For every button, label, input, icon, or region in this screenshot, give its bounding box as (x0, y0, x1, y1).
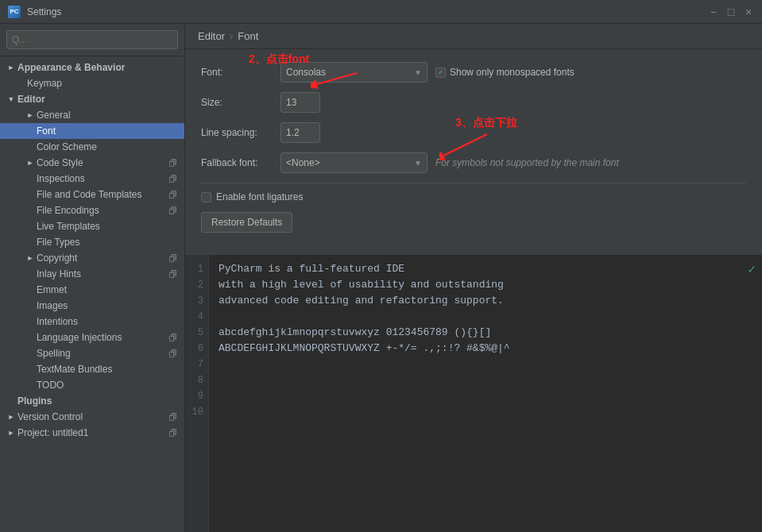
sidebar-item-font[interactable]: Font (0, 123, 184, 139)
copy-icon: 🗍 (168, 190, 178, 199)
sidebar-item-spelling[interactable]: Spelling 🗍 (0, 345, 184, 361)
sidebar-item-appearance[interactable]: ► Appearance & Behavior (0, 60, 184, 75)
sidebar-item-editor[interactable]: ▼ Editor (0, 91, 184, 107)
spacer-icon (16, 79, 25, 88)
fallback-font-row: Fallback font: <None> ▼ For symbols not … (201, 152, 746, 173)
sidebar-item-todo[interactable]: TODO (0, 377, 184, 393)
sidebar-item-plugins[interactable]: Plugins (0, 393, 184, 409)
sidebar-item-file-and-code-templates[interactable]: File and Code Templates 🗍 (0, 187, 184, 202)
line-number: 6 (185, 341, 203, 357)
app-icon: PC (8, 6, 21, 18)
copy-icon: 🗍 (168, 206, 178, 215)
spacer-icon (25, 142, 35, 152)
copy-icon: 🗍 (168, 174, 178, 183)
copy-icon: 🗍 (168, 158, 178, 168)
show-monospaced-checkbox[interactable]: ✓ (435, 67, 446, 78)
close-button[interactable]: × (743, 6, 754, 17)
fallback-font-dropdown[interactable]: <None> ▼ (280, 152, 427, 173)
sidebar-item-copyright[interactable]: ► Copyright 🗍 (0, 250, 184, 266)
spacer-icon (25, 237, 35, 247)
spacer-icon (25, 222, 35, 231)
fallback-font-control: <None> ▼ For symbols not supported by th… (280, 152, 619, 173)
sidebar-item-textmate-bundles[interactable]: TextMate Bundles (0, 361, 184, 377)
sidebar-item-label: Editor (17, 94, 45, 105)
line-number: 8 (185, 372, 203, 388)
sidebar-item-color-scheme[interactable]: Color Scheme (0, 139, 184, 155)
line-number: 1 (185, 261, 203, 277)
annotation-step3: 3、点击下拉 (455, 116, 517, 130)
fallback-hint: For symbols not supported by the main fo… (435, 157, 619, 168)
sidebar-item-label: Font (37, 125, 56, 137)
copy-icon: 🗍 (168, 333, 178, 342)
ligatures-checkbox[interactable] (201, 192, 211, 202)
main-layout: ► Appearance & Behavior Keymap ▼ Editor … (0, 24, 762, 532)
sidebar-item-label: Version Control (17, 411, 83, 422)
sidebar-item-label: Language Injections (37, 332, 122, 343)
code-line-6: ABCDEFGHIJKLMNOPQRSTUVWXYZ +-*/= .,;:!? … (219, 341, 752, 357)
preview-content: 1 2 3 4 5 6 7 8 9 10 PyCharm is a full-f… (185, 255, 762, 532)
dropdown-arrow-icon: ▼ (414, 159, 422, 168)
line-numbers: 1 2 3 4 5 6 7 8 9 10 (185, 255, 209, 532)
sidebar-item-inlay-hints[interactable]: Inlay Hints 🗍 (0, 266, 184, 282)
search-input[interactable] (6, 30, 178, 49)
code-line-1: PyCharm is a full-featured IDE (219, 261, 752, 277)
sidebar-item-general[interactable]: ► General (0, 107, 184, 123)
font-dropdown[interactable]: Consolas ▼ (280, 62, 427, 83)
sidebar-item-label: Intentions (37, 316, 78, 327)
sidebar: ► Appearance & Behavior Keymap ▼ Editor … (0, 24, 185, 532)
code-line-8 (219, 372, 752, 388)
font-label: Font: (201, 67, 280, 78)
spacer-icon (25, 349, 35, 358)
dropdown-arrow-icon: ▼ (414, 68, 422, 77)
line-number: 10 (185, 404, 203, 420)
spacer-icon (25, 364, 35, 374)
expand-arrow-icon: ► (6, 412, 16, 422)
restore-defaults-button[interactable]: Restore Defaults (201, 212, 292, 233)
sidebar-item-emmet[interactable]: Emmet (0, 282, 184, 298)
code-line-3: advanced code editing and refactoring su… (219, 293, 752, 309)
sidebar-item-live-templates[interactable]: Live Templates (0, 218, 184, 234)
sidebar-item-label: File Encodings (37, 205, 99, 216)
show-monospaced-label: Show only monospaced fonts (450, 67, 574, 78)
font-value: Consolas (286, 67, 326, 78)
fallback-font-label: Fallback font: (201, 157, 280, 168)
sidebar-item-inspections[interactable]: Inspections 🗍 (0, 171, 184, 187)
maximize-button[interactable]: □ (725, 6, 737, 17)
sidebar-item-language-injections[interactable]: Language Injections 🗍 (0, 330, 184, 345)
line-number: 9 (185, 388, 203, 404)
code-line-7 (219, 357, 752, 372)
line-spacing-input[interactable] (280, 122, 320, 143)
verified-icon: ✓ (748, 261, 756, 277)
size-input[interactable] (280, 92, 320, 113)
expand-arrow-icon: ▼ (6, 94, 16, 104)
search-box (0, 24, 184, 56)
code-line-5: abcdefghijklmnopqrstuvwxyz 0123456789 ()… (219, 325, 752, 341)
spacer-icon (25, 206, 35, 215)
expand-arrow-icon: ► (25, 158, 35, 168)
line-number: 2 (185, 277, 203, 293)
line-number: 4 (185, 309, 203, 325)
sidebar-item-label: Plugins (17, 395, 52, 407)
code-line-9 (219, 388, 752, 404)
sidebar-item-file-types[interactable]: File Types (0, 234, 184, 250)
minimize-button[interactable]: − (708, 6, 719, 17)
sidebar-item-intentions[interactable]: Intentions (0, 314, 184, 330)
size-label: Size: (201, 97, 280, 108)
breadcrumb-parent: Editor (198, 30, 225, 42)
copy-icon: 🗍 (168, 412, 178, 422)
sidebar-item-label: Color Scheme (37, 141, 97, 152)
sidebar-item-label: Appearance & Behavior (17, 62, 125, 73)
preview-area: 1 2 3 4 5 6 7 8 9 10 PyCharm is a full-f… (185, 255, 762, 532)
spacer-icon (25, 333, 35, 342)
sidebar-item-version-control[interactable]: ► Version Control 🗍 (0, 409, 184, 425)
sidebar-item-project[interactable]: ► Project: untitled1 🗍 (0, 425, 184, 441)
sidebar-item-label: Inlay Hints (37, 268, 81, 279)
sidebar-item-images[interactable]: Images (0, 298, 184, 314)
expand-arrow-icon: ► (6, 63, 16, 72)
sidebar-item-label: TODO (37, 380, 64, 391)
code-line-2: with a high level of usability and outst… (219, 277, 752, 293)
sidebar-item-code-style[interactable]: ► Code Style 🗍 (0, 155, 184, 171)
sidebar-item-file-encodings[interactable]: File Encodings 🗍 (0, 202, 184, 218)
line-number: 5 (185, 325, 203, 341)
sidebar-item-keymap[interactable]: Keymap (0, 75, 184, 91)
